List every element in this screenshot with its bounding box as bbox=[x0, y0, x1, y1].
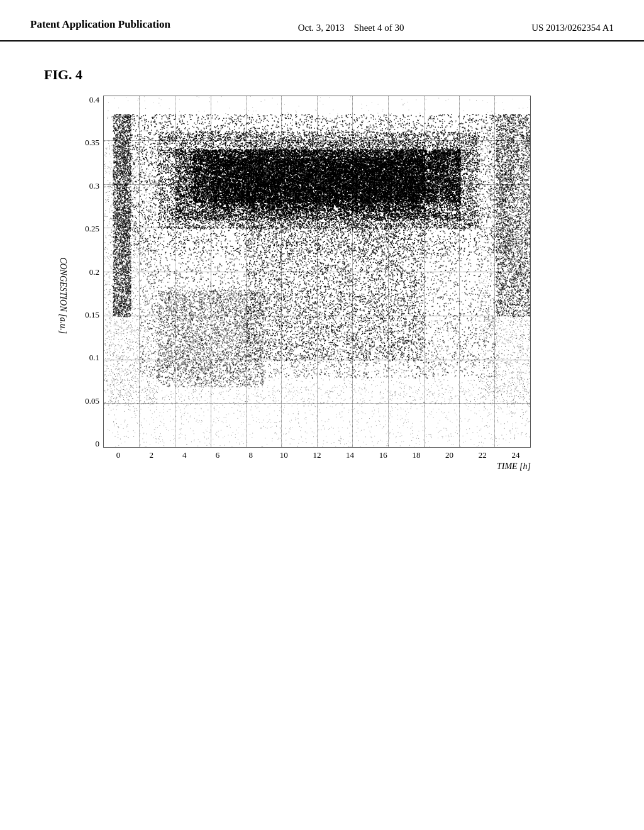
y-tick-035: 0.35 bbox=[75, 138, 99, 147]
scatter-plot bbox=[104, 96, 531, 448]
x-tick-16: 16 bbox=[368, 450, 398, 460]
y-tick-01: 0.1 bbox=[75, 353, 99, 362]
y-tick-025: 0.25 bbox=[75, 224, 99, 233]
y-tick-03: 0.3 bbox=[75, 182, 99, 190]
x-ticks: 0 2 4 6 8 10 12 14 16 18 20 22 24 bbox=[103, 450, 531, 460]
y-ticks: 0 0.05 0.1 0.15 0.2 0.25 0.3 0.35 0.4 bbox=[75, 96, 103, 448]
header-date-sheet: Oct. 3, 2013 Sheet 4 of 30 bbox=[298, 18, 404, 35]
figure-label: FIG. 4 bbox=[44, 67, 82, 83]
y-tick-04: 0.4 bbox=[75, 96, 99, 104]
x-tick-20: 20 bbox=[435, 450, 465, 460]
x-axis-label: TIME [h] bbox=[103, 462, 531, 472]
x-tick-14: 14 bbox=[335, 450, 365, 460]
y-tick-02: 0.2 bbox=[75, 268, 99, 276]
x-tick-22: 22 bbox=[467, 450, 497, 460]
y-axis-label-container: CONGESTION [a.u.] bbox=[50, 119, 75, 472]
x-tick-12: 12 bbox=[302, 450, 332, 460]
chart-area-wrapper: 0 2 4 6 8 10 12 14 16 18 20 22 24 TIME [… bbox=[103, 96, 531, 472]
x-tick-2: 2 bbox=[136, 450, 167, 460]
y-tick-0: 0 bbox=[75, 440, 99, 448]
main-content: FIG. 4 CONGESTION [a.u.] 0 0.05 0.1 0.15… bbox=[0, 42, 644, 484]
chart-with-yaxis: 0 0.05 0.1 0.15 0.2 0.25 0.3 0.35 0.4 bbox=[75, 96, 531, 472]
page-header: Patent Application Publication Oct. 3, 2… bbox=[0, 0, 644, 42]
x-tick-8: 8 bbox=[236, 450, 266, 460]
publication-title: Patent Application Publication bbox=[30, 18, 170, 31]
patent-number: US 2013/0262354 A1 bbox=[531, 18, 614, 35]
y-tick-015: 0.15 bbox=[75, 311, 99, 319]
x-tick-4: 4 bbox=[169, 450, 199, 460]
x-tick-6: 6 bbox=[203, 450, 233, 460]
x-tick-24: 24 bbox=[501, 450, 531, 460]
y-axis-label: CONGESTION [a.u.] bbox=[58, 257, 68, 334]
x-tick-18: 18 bbox=[401, 450, 431, 460]
sheet-number: Sheet 4 of 30 bbox=[354, 23, 404, 33]
chart-outer: CONGESTION [a.u.] 0 0.05 0.1 0.15 0.2 0.… bbox=[50, 96, 591, 472]
x-tick-10: 10 bbox=[269, 450, 299, 460]
publication-date: Oct. 3, 2013 bbox=[298, 23, 345, 33]
y-tick-005: 0.05 bbox=[75, 397, 99, 405]
chart-canvas bbox=[103, 96, 531, 448]
x-tick-0: 0 bbox=[103, 450, 133, 460]
